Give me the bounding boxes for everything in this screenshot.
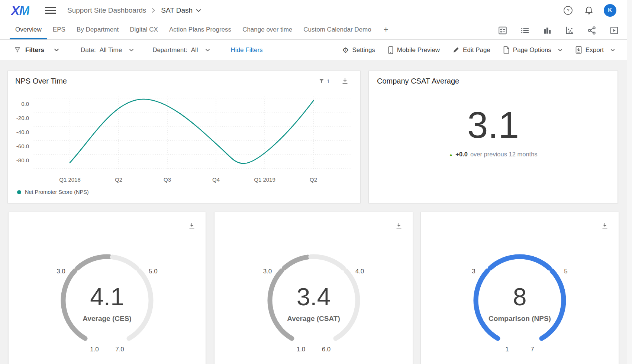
download-widget-icon[interactable]	[188, 222, 196, 230]
mobile-phone-icon	[388, 46, 394, 54]
tab-change-over-time[interactable]: Change over time	[237, 21, 298, 39]
page-actions: ⚙ Settings Mobile Preview Edit Page	[342, 46, 615, 54]
funnel-filled-icon	[319, 78, 325, 84]
tab-overview[interactable]: Overview	[10, 21, 47, 39]
x-tick: Q2	[115, 176, 122, 183]
comparison-nps-gauge-widget: 3 5 1 7 8 Comparison (NPS)	[420, 212, 619, 364]
mobile-preview-button[interactable]: Mobile Preview	[388, 46, 440, 54]
date-filter-dropdown[interactable]: Date: All Time	[81, 46, 134, 54]
nps-comparison-gauge: 3 5 1 7 8 Comparison (NPS)	[464, 245, 575, 356]
download-widget-icon[interactable]	[341, 77, 349, 85]
breadcrumb-current-dashboard[interactable]: SAT Dash	[161, 6, 201, 14]
page-options-button[interactable]: Page Options	[503, 46, 562, 54]
tabbar-icon-toolbar	[497, 21, 619, 39]
filter-bar: Filters Date: All Time Department: All H	[0, 40, 632, 60]
funnel-icon	[14, 46, 21, 53]
download-widget-icon[interactable]	[601, 222, 609, 230]
hide-filters-link[interactable]: Hide Filters	[231, 46, 263, 54]
top-header: XM Support Site Dashboards SAT Dash ?	[0, 0, 632, 21]
dashboard-page: XM Support Site Dashboards SAT Dash ?	[0, 0, 632, 364]
tab-custom-calendar-demo[interactable]: Custom Calendar Demo	[298, 21, 377, 39]
csat-gauge: 3.0 4.0 1.0 6.0 3.4 Average (CSAT)	[258, 245, 370, 356]
tab-digital-cx[interactable]: Digital CX	[124, 21, 164, 39]
gauge-value: 8	[464, 283, 575, 311]
nps-line-chart: 0.0 -20.0 -40.0 -60.0 -80.0 Q1 2018 Q2 Q…	[13, 91, 355, 184]
filter-controls: Filters Date: All Time Department: All H	[14, 46, 263, 54]
play-presentation-icon[interactable]	[609, 25, 619, 36]
chevron-down-icon	[558, 49, 562, 52]
gauge-tick-label: 6.0	[317, 346, 336, 353]
vertical-scrollbar[interactable]	[627, 0, 632, 364]
header-actions: ? K	[562, 4, 616, 17]
csat-delta-row: ▲ +0.0 over previous 12 months	[369, 151, 618, 158]
filters-toggle[interactable]: Filters	[14, 46, 59, 54]
tab-action-plans-progress[interactable]: Action Plans Progress	[164, 21, 237, 39]
x-tick: Q3	[164, 176, 171, 183]
gauge-tick-label: 3	[462, 268, 486, 275]
tab-by-department[interactable]: By Department	[71, 21, 124, 39]
page-icon	[503, 46, 510, 54]
hamburger-menu-icon[interactable]	[45, 6, 56, 14]
edit-page-button[interactable]: Edit Page	[452, 46, 490, 54]
x-tick: Q1 2019	[254, 176, 275, 183]
y-tick: -40.0	[16, 129, 29, 135]
legend-dot	[17, 190, 21, 194]
tab-eps[interactable]: EPS	[47, 21, 71, 39]
chevron-right-icon	[151, 7, 156, 14]
breadcrumb-dashboard-group[interactable]: Support Site Dashboards	[67, 6, 146, 14]
chevron-down-icon	[196, 9, 201, 12]
help-icon[interactable]: ?	[562, 4, 574, 16]
user-avatar[interactable]: K	[604, 4, 616, 17]
chevron-down-icon	[129, 49, 134, 52]
notifications-bell-icon[interactable]	[583, 4, 595, 16]
y-tick: -60.0	[16, 143, 29, 149]
gauge-tick-label: 4.0	[348, 268, 372, 275]
gear-icon: ⚙	[342, 46, 349, 54]
chevron-down-icon	[205, 49, 210, 52]
settings-button[interactable]: ⚙ Settings	[342, 46, 375, 54]
gauge-tick-label: 3.0	[49, 268, 73, 275]
gauge-metric-label: Average (CES)	[51, 315, 163, 323]
gauge-tick-label: 5.0	[141, 268, 165, 275]
widget-filter-button[interactable]: 1	[319, 78, 330, 84]
share-icon[interactable]	[587, 25, 597, 36]
page-tab-bar: Overview EPS By Department Digital CX Ac…	[0, 21, 632, 40]
bar-chart-icon[interactable]	[542, 25, 552, 36]
department-filter-dropdown[interactable]: Department: All	[152, 46, 210, 54]
trend-up-icon: ▲	[449, 152, 453, 157]
nps-series-line	[70, 99, 313, 163]
pencil-icon	[452, 46, 460, 53]
chevron-down-icon	[610, 49, 615, 52]
nps-over-time-widget: NPS Over Time 1	[7, 71, 361, 203]
xm-logo[interactable]: XM	[11, 3, 29, 18]
export-document-icon	[575, 46, 582, 54]
gauge-tick-label: 7.0	[110, 346, 129, 353]
chevron-down-icon	[54, 48, 59, 52]
svg-text:?: ?	[567, 8, 569, 13]
average-ces-gauge-widget: 3.0 5.0 1.0 7.0 4.1 Average (CES)	[8, 212, 206, 364]
x-tick: Q4	[212, 176, 220, 183]
page-tabs: Overview EPS By Department Digital CX Ac…	[10, 21, 395, 39]
y-tick: 0.0	[21, 101, 29, 107]
list-icon[interactable]	[520, 25, 530, 36]
csat-average-value: 3.1	[369, 104, 618, 146]
gauge-value: 4.1	[51, 283, 163, 311]
y-tick: -80.0	[16, 157, 29, 163]
scatter-plot-icon[interactable]	[564, 25, 575, 36]
ces-gauge: 3.0 5.0 1.0 7.0 4.1 Average (CES)	[51, 245, 163, 356]
y-tick: -20.0	[16, 115, 29, 121]
gauge-tick-label: 1.0	[85, 346, 104, 353]
add-page-button[interactable]: +	[377, 21, 395, 39]
legend-item-nps[interactable]: Net Promoter Score (NPS)	[17, 189, 89, 195]
download-widget-icon[interactable]	[395, 222, 403, 230]
gauge-tick-label: 1	[497, 346, 517, 353]
gauge-tick-label: 1.0	[291, 346, 311, 353]
gauge-value: 3.4	[258, 283, 370, 311]
gauge-tick-label: 7	[523, 346, 542, 353]
company-csat-average-widget: Company CSAT Average 3.1 ▲ +0.0 over pre…	[368, 71, 618, 203]
checklist-icon[interactable]	[497, 25, 508, 36]
x-tick: Q1 2018	[59, 176, 81, 183]
gauge-metric-label: Average (CSAT)	[258, 315, 370, 323]
gauge-tick-label: 3.0	[256, 268, 280, 275]
export-button[interactable]: Export	[575, 46, 615, 54]
